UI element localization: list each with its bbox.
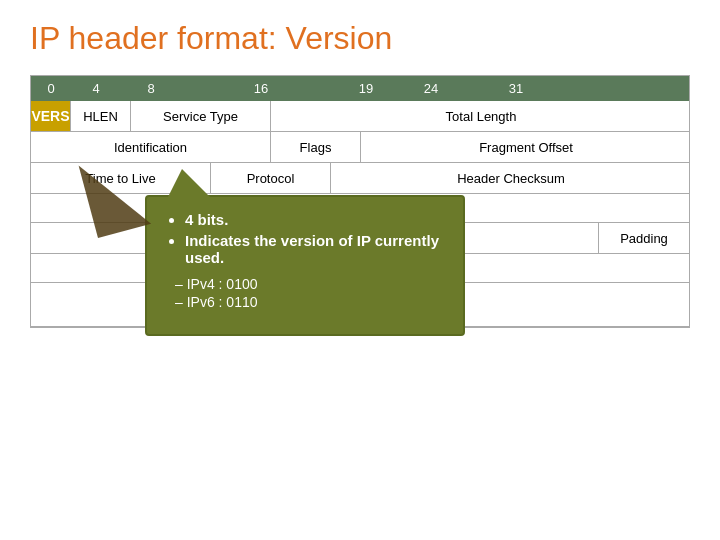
page-title: IP header format: Version: [30, 20, 690, 57]
cell-checksum: Header Checksum: [331, 163, 691, 193]
callout-bullet-list: 4 bits. Indicates the version of IP curr…: [165, 211, 445, 266]
cell-fragment-offset: Fragment Offset: [361, 132, 691, 162]
bit-8: 8: [121, 79, 181, 98]
cell-hlen: HLEN: [71, 101, 131, 131]
cell-total-length: Total Length: [271, 101, 691, 131]
bit-16: 16: [181, 79, 341, 98]
cell-protocol: Protocol: [211, 163, 331, 193]
bit-19: 19: [341, 79, 391, 98]
cell-service-type: Service Type: [131, 101, 271, 131]
slide: IP header format: Version 0 4 8 16 19 24…: [0, 0, 720, 540]
callout-bullet-1: 4 bits.: [185, 211, 445, 228]
bit-number-row: 0 4 8 16 19 24 31: [31, 76, 689, 101]
bit-4: 4: [71, 79, 121, 98]
callout-subitem-ipv6: IPv6 : 0110: [175, 294, 445, 310]
callout-box: 4 bits. Indicates the version of IP curr…: [145, 195, 465, 336]
callout-subitem-ipv4: IPv4 : 0100: [175, 276, 445, 292]
bit-space: [561, 79, 641, 98]
cell-padding: Padding: [599, 223, 689, 253]
bit-0: 0: [31, 79, 71, 98]
header-row-1: VERS HLEN Service Type Total Length: [31, 101, 689, 132]
callout-subitems: IPv4 : 0100 IPv6 : 0110: [165, 276, 445, 310]
cell-identification: Identification: [31, 132, 271, 162]
bit-24: 24: [391, 79, 471, 98]
cell-vers: VERS: [31, 101, 71, 131]
cell-flags: Flags: [271, 132, 361, 162]
bit-31: 31: [471, 79, 561, 98]
callout-bullet-2: Indicates the version of IP currently us…: [185, 232, 445, 266]
